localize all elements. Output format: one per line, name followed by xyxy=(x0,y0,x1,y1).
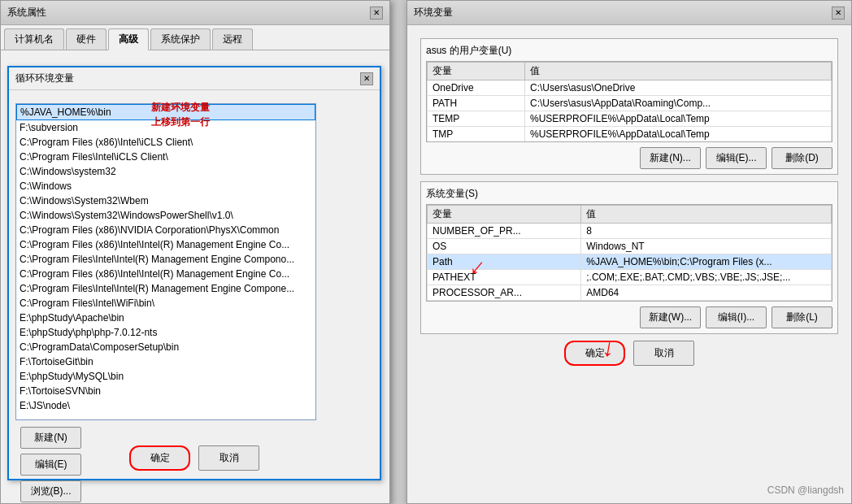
inner-titlebar: 循环环境变量 ✕ xyxy=(9,67,380,90)
listbox-item-12[interactable]: C:\Program Files\Intel\Intel(R) Manageme… xyxy=(16,281,315,296)
annotation-text: 新建环境变量 上移到第一行 xyxy=(151,100,210,129)
listbox-item-19[interactable]: F:\TortoiseSVN\bin xyxy=(16,384,315,398)
listbox-item-15[interactable]: E:\phpStudy\php\php-7.0.12-nts xyxy=(16,325,315,340)
listbox-item-5[interactable]: C:\Windows xyxy=(16,179,315,193)
sys-delete-button[interactable]: 删除(L) xyxy=(772,306,832,328)
user-section-title: asus 的用户变量(U) xyxy=(426,44,832,58)
inner-ok-button[interactable]: 确定 xyxy=(129,445,190,471)
user-vars-table: 变量 值 OneDrive C:\Users\asus\OneDrive PAT… xyxy=(427,62,832,142)
sys-row-pathext-val: ;.COM;.EXE;.BAT;.CMD;.VBS;.VBE;.JS;.JSE;… xyxy=(581,270,832,285)
loop-env-dialog: 循环环境变量 ✕ 新建环境变量 上移到第一行 %JAVA_HOME%\bin F… xyxy=(7,66,381,480)
sys-close-button[interactable]: ✕ xyxy=(370,7,383,20)
sys-row-proc-arch-var: PROCESSOR_AR... xyxy=(428,285,581,301)
sys-vars-section: 系统变量(S) 变量 值 NUMBER_OF_PR... 8 xyxy=(420,181,838,334)
user-row-onedrive-var: OneDrive xyxy=(428,80,525,96)
sys-edit-button[interactable]: 编辑(I)... xyxy=(706,306,767,328)
user-row-temp-var: TEMP xyxy=(428,111,525,127)
env-titlebar: 环境变量 ✕ xyxy=(407,1,851,25)
listbox-item-9[interactable]: C:\Program Files (x86)\Intel\Intel(R) Ma… xyxy=(16,237,315,252)
sys-row-pathext-var: PATHEXT xyxy=(428,270,581,285)
sys-properties-window: 系统属性 ✕ 计算机名 硬件 高级 系统保护 远程 循环环境变量 ✕ 新建环境变… xyxy=(0,0,390,504)
listbox-item-7[interactable]: C:\Windows\System32\WindowsPowerShell\v1… xyxy=(16,208,315,223)
sys-vars-table: 变量 值 NUMBER_OF_PR... 8 OS Windows_NT xyxy=(427,205,832,301)
user-row-tmp-val: %USERPROFILE%\AppData\Local\Temp xyxy=(525,127,832,142)
user-row-path-var: PATH xyxy=(428,96,525,111)
sys-row-nproc-val: 8 xyxy=(581,224,832,239)
user-row-path-val: C:\Users\asus\AppData\Roaming\Comp... xyxy=(525,96,832,111)
sys-row-pathext[interactable]: PATHEXT ;.COM;.EXE;.BAT;.CMD;.VBS;.VBE;.… xyxy=(428,270,832,285)
user-row-tmp-var: TMP xyxy=(428,127,525,142)
env-content: asus 的用户变量(U) 变量 值 OneDrive C:\Users\asu… xyxy=(407,25,851,372)
user-row-temp[interactable]: TEMP %USERPROFILE%\AppData\Local\Temp xyxy=(428,111,832,127)
tab-computer-name[interactable]: 计算机名 xyxy=(4,28,64,50)
user-col-var: 变量 xyxy=(428,63,525,80)
sys-table-wrapper[interactable]: 变量 值 NUMBER_OF_PR... 8 OS Windows_NT xyxy=(426,204,832,302)
listbox-item-16[interactable]: C:\ProgramData\ComposerSetup\bin xyxy=(16,340,315,354)
listbox-item-3[interactable]: C:\Program Files\Intel\iCLS Client\ xyxy=(16,150,315,164)
sys-col-var: 变量 xyxy=(428,206,581,224)
tab-remote[interactable]: 远程 xyxy=(212,28,253,50)
inner-content: 新建环境变量 上移到第一行 %JAVA_HOME%\bin F:\subvers… xyxy=(9,90,380,504)
sys-col-val: 值 xyxy=(581,206,832,224)
env-cancel-button[interactable]: 取消 xyxy=(633,341,694,366)
sys-section-title: 系统变量(S) xyxy=(426,187,832,201)
user-row-tmp[interactable]: TMP %USERPROFILE%\AppData\Local\Temp xyxy=(428,127,832,142)
browse-button[interactable]: 浏览(B)... xyxy=(20,480,81,502)
sys-row-path[interactable]: Path %JAVA_HOME%\bin;C:\Program Files (x… xyxy=(428,254,832,270)
listbox-item-18[interactable]: E:\phpStudy\MySQL\bin xyxy=(16,369,315,384)
sys-row-os-var: OS xyxy=(428,239,581,254)
env-variables-window: 环境变量 ✕ asus 的用户变量(U) 变量 值 OneDrive xyxy=(406,0,852,504)
env-ok-button[interactable]: 确定 xyxy=(564,341,625,366)
listbox-item-11[interactable]: C:\Program Files (x86)\Intel\Intel(R) Ma… xyxy=(16,267,315,281)
sys-row-path-var: Path xyxy=(428,254,581,270)
env-footer: 确定 取消 xyxy=(414,341,845,366)
user-btn-row: 新建(N)... 编辑(E)... 删除(D) xyxy=(426,147,832,169)
sys-btn-row: 新建(W)... 编辑(I)... 删除(L) xyxy=(426,306,832,328)
sys-title: 系统属性 xyxy=(7,6,46,20)
env-listbox[interactable]: %JAVA_HOME%\bin F:\subversion C:\Program… xyxy=(15,103,316,420)
sys-row-os[interactable]: OS Windows_NT xyxy=(428,239,832,254)
listbox-item-20[interactable]: E:\JS\node\ xyxy=(16,398,315,413)
inner-close-button[interactable]: ✕ xyxy=(360,72,373,85)
tab-advanced[interactable]: 高级 xyxy=(108,28,149,50)
inner-title: 循环环境变量 xyxy=(15,72,74,85)
inner-cancel-button[interactable]: 取消 xyxy=(198,445,259,471)
sys-row-os-val: Windows_NT xyxy=(581,239,832,254)
tab-system-protection[interactable]: 系统保护 xyxy=(150,28,211,50)
sys-row-nproc[interactable]: NUMBER_OF_PR... 8 xyxy=(428,224,832,239)
tab-bar: 计算机名 硬件 高级 系统保护 远程 xyxy=(1,25,389,50)
sys-row-path-val: %JAVA_HOME%\bin;C:\Program Files (x... xyxy=(581,254,832,270)
user-row-onedrive-val: C:\Users\asus\OneDrive xyxy=(525,80,832,96)
user-row-temp-val: %USERPROFILE%\AppData\Local\Temp xyxy=(525,111,832,127)
user-new-button[interactable]: 新建(N)... xyxy=(640,147,701,169)
user-edit-button[interactable]: 编辑(E)... xyxy=(706,147,767,169)
listbox-item-2[interactable]: C:\Program Files (x86)\Intel\iCLS Client… xyxy=(16,135,315,150)
listbox-item-10[interactable]: C:\Program Files\Intel\Intel(R) Manageme… xyxy=(16,252,315,267)
listbox-item-6[interactable]: C:\Windows\System32\Wbem xyxy=(16,193,315,208)
sys-row-nproc-var: NUMBER_OF_PR... xyxy=(428,224,581,239)
watermark: CSDN @liangdsh xyxy=(767,484,844,496)
user-delete-button[interactable]: 删除(D) xyxy=(772,147,832,169)
env-title: 环境变量 xyxy=(414,6,453,20)
sys-row-proc-arch-val: AMD64 xyxy=(581,285,832,301)
user-vars-section: asus 的用户变量(U) 变量 值 OneDrive C:\Users\asu… xyxy=(420,38,838,175)
sys-row-proc-arch[interactable]: PROCESSOR_AR... AMD64 xyxy=(428,285,832,301)
listbox-item-14[interactable]: E:\phpStudy\Apache\bin xyxy=(16,311,315,325)
tab-hardware[interactable]: 硬件 xyxy=(66,28,106,50)
inner-dialog-footer: 确定 取消 xyxy=(9,445,380,471)
sys-new-button[interactable]: 新建(W)... xyxy=(640,306,701,328)
user-row-path[interactable]: PATH C:\Users\asus\AppData\Roaming\Comp.… xyxy=(428,96,832,111)
sys-titlebar: 系统属性 ✕ xyxy=(1,1,389,25)
listbox-item-13[interactable]: C:\Program Files\Intel\WiFi\bin\ xyxy=(16,296,315,311)
listbox-item-17[interactable]: F:\TortoiseGit\bin xyxy=(16,354,315,369)
listbox-item-4[interactable]: C:\Windows\system32 xyxy=(16,164,315,179)
user-col-val: 值 xyxy=(525,63,832,80)
listbox-item-8[interactable]: C:\Program Files (x86)\NVIDIA Corporatio… xyxy=(16,223,315,237)
user-table-wrapper[interactable]: 变量 值 OneDrive C:\Users\asus\OneDrive PAT… xyxy=(426,61,832,142)
user-row-onedrive[interactable]: OneDrive C:\Users\asus\OneDrive xyxy=(428,80,832,96)
env-close-button[interactable]: ✕ xyxy=(832,7,845,20)
